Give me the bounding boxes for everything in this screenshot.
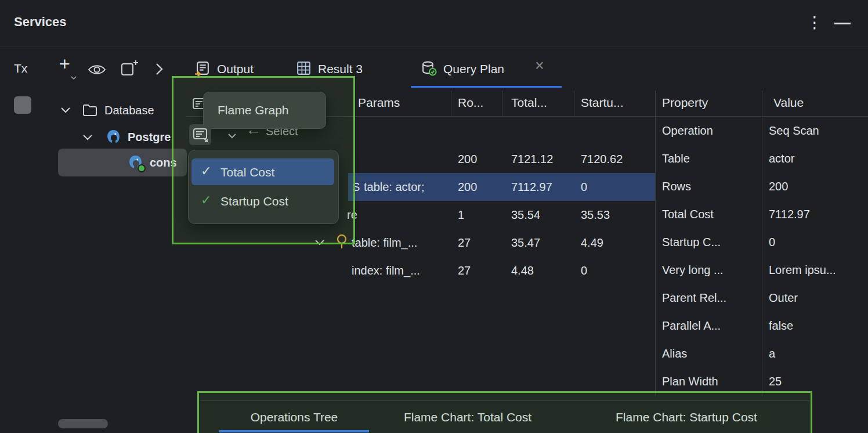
- property-label: Alias: [662, 347, 687, 360]
- column-divider: [574, 91, 574, 117]
- add-button[interactable]: +: [59, 53, 70, 75]
- property-value: 25: [769, 374, 782, 388]
- tree-item-postgres[interactable]: Postgre: [78, 125, 187, 149]
- plan-row-label: table: actor;: [364, 180, 425, 194]
- property-value: 0: [769, 235, 775, 249]
- chevron-down-icon[interactable]: [227, 133, 237, 139]
- property-value: 200: [769, 179, 788, 193]
- column-divider: [451, 91, 451, 117]
- tab-label: Result 3: [318, 62, 363, 76]
- property-label: Parallel A...: [662, 319, 721, 333]
- expand-toolbar-chevron-icon[interactable]: [154, 62, 164, 77]
- horizontal-scrollbar[interactable]: [58, 419, 108, 428]
- services-tool-window: Services ⋮ Tx + Database: [0, 0, 868, 433]
- folder-icon: [82, 103, 97, 117]
- tab-operations-tree[interactable]: Operations Tree: [219, 400, 369, 433]
- column-header-property[interactable]: Property: [662, 95, 708, 110]
- connected-status-dot: [138, 164, 146, 172]
- preview-eye-icon[interactable]: [87, 62, 107, 77]
- close-icon[interactable]: ×: [535, 57, 544, 75]
- cell-startup: 4.49: [581, 236, 603, 250]
- check-icon: ✓: [201, 164, 211, 179]
- minimize-icon[interactable]: [834, 23, 851, 24]
- column-header-rows[interactable]: Ro...: [458, 95, 483, 110]
- open-in-new-tab-icon[interactable]: [120, 58, 139, 78]
- plan-row[interactable]: table: film_... 27 35.47 4.49: [186, 229, 655, 257]
- property-value: Outer: [769, 291, 798, 305]
- cell-total: 4.48: [511, 264, 534, 277]
- tree-item-label: Database: [104, 103, 154, 117]
- flame-graph-tooltip: Flame Graph: [203, 92, 326, 129]
- property-row[interactable]: Table actor: [655, 145, 868, 172]
- property-label: Total Cost: [662, 207, 714, 221]
- chevron-down-icon[interactable]: [60, 107, 71, 113]
- property-label: Parent Rel...: [662, 291, 726, 305]
- menu-item-total-cost[interactable]: ✓ Total Cost: [191, 158, 334, 185]
- cell-startup: 7120.62: [581, 152, 623, 166]
- tab-label: Output: [217, 62, 254, 76]
- property-label: Rows: [662, 179, 691, 193]
- text-filter-button[interactable]: Tx: [14, 62, 27, 75]
- active-tab-indicator: [411, 86, 562, 88]
- window-header: Services ⋮: [0, 0, 868, 47]
- chevron-down-icon[interactable]: [314, 239, 325, 246]
- truncated-text-fragment: S: [352, 180, 360, 194]
- tab-output[interactable]: Output: [191, 56, 279, 88]
- column-header-value[interactable]: Value: [773, 95, 804, 110]
- add-dropdown-icon[interactable]: [71, 76, 77, 80]
- check-icon: ✓: [201, 193, 211, 208]
- property-row[interactable]: Total Cost 7112.97: [655, 200, 868, 228]
- tree-item-database[interactable]: Database: [56, 99, 187, 122]
- property-value: a: [769, 347, 775, 360]
- property-label: Operation: [662, 124, 713, 138]
- tree-item-connection[interactable]: cons: [58, 149, 187, 176]
- more-options-icon[interactable]: ⋮: [806, 13, 823, 32]
- property-row[interactable]: Very long ... Lorem ipsu...: [655, 256, 868, 284]
- property-row[interactable]: Parent Rel... Outer: [655, 284, 868, 312]
- cell-rows: 1: [458, 208, 464, 222]
- cell-total: 35.54: [511, 208, 540, 222]
- bottom-tab-label: Flame Chart: Total Cost: [404, 410, 531, 424]
- property-row[interactable]: Operation Seq Scan: [655, 117, 868, 145]
- gray-square-icon: [14, 96, 31, 114]
- property-label: Very long ...: [662, 263, 724, 277]
- property-value: Lorem ipsu...: [769, 263, 836, 277]
- tab-query-plan[interactable]: Query Plan ×: [406, 56, 563, 88]
- tree-item-label: Postgre: [128, 130, 171, 144]
- flame-graph-settings-button[interactable]: [189, 124, 211, 145]
- property-row[interactable]: Startup C... 0: [655, 228, 868, 256]
- cell-rows: 200: [458, 152, 477, 166]
- column-header-total[interactable]: Total...: [511, 95, 547, 110]
- property-label: Plan Width: [662, 374, 718, 388]
- column-divider: [502, 91, 502, 117]
- property-row[interactable]: Alias a: [655, 340, 868, 367]
- cell-total: 35.47: [511, 236, 540, 250]
- plan-row-label: table: film_...: [352, 236, 417, 250]
- table-grid-icon: [296, 60, 312, 76]
- menu-item-startup-cost[interactable]: ✓ Startup Cost: [191, 187, 334, 214]
- tab-flame-chart-total-cost[interactable]: Flame Chart: Total Cost: [371, 400, 564, 433]
- cell-rows: 27: [458, 236, 471, 250]
- cell-startup: 0: [581, 264, 587, 277]
- tab-flame-chart-startup-cost[interactable]: Flame Chart: Startup Cost: [586, 400, 787, 433]
- postgresql-icon: [106, 129, 121, 145]
- column-header-params[interactable]: Params: [358, 95, 400, 110]
- postgresql-icon: [128, 154, 143, 170]
- bottom-tab-label: Operations Tree: [251, 410, 338, 424]
- column-header-startup[interactable]: Startu...: [581, 95, 624, 110]
- output-arrow-badge-icon: [194, 70, 202, 78]
- property-value: false: [769, 319, 793, 333]
- tab-label: Query Plan: [443, 62, 504, 76]
- plan-row[interactable]: index: film_... 27 4.48 0: [186, 257, 655, 284]
- cell-startup: 35.53: [581, 208, 610, 222]
- chevron-down-icon[interactable]: [82, 134, 93, 140]
- cell-rows: 27: [458, 264, 471, 277]
- property-row[interactable]: Plan Width 25: [655, 367, 868, 395]
- property-row[interactable]: Parallel A... false: [655, 312, 868, 340]
- cell-startup: 0: [581, 180, 587, 194]
- index-pin-icon: [335, 233, 348, 250]
- truncated-text-fragment: re: [347, 208, 357, 222]
- property-row[interactable]: Rows 200: [655, 172, 868, 200]
- tab-result-3[interactable]: Result 3: [290, 56, 389, 88]
- cell-rows: 200: [458, 180, 477, 194]
